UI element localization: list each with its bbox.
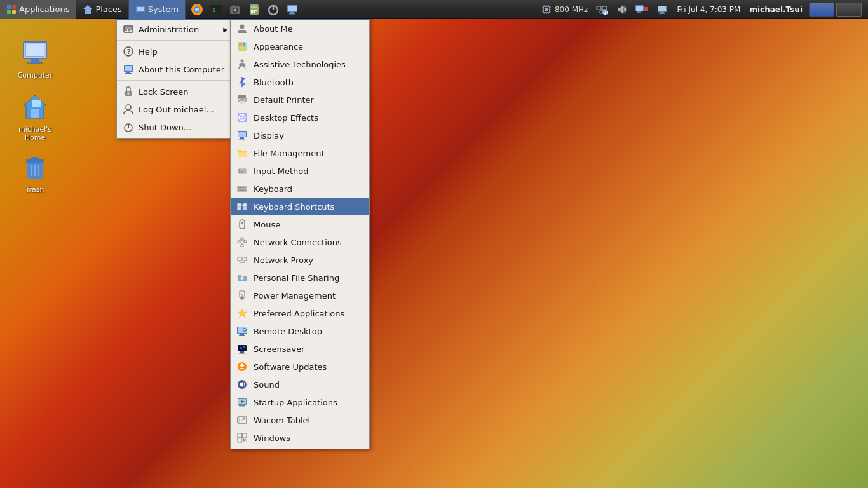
- svg-rect-189: [238, 438, 242, 442]
- pref-default-printer[interactable]: Default Printer: [231, 91, 369, 109]
- network-proxy-icon: [236, 254, 248, 266]
- default-printer-icon: [236, 93, 248, 106]
- svg-rect-116: [239, 139, 245, 140]
- network-indicator[interactable]: ▲▼: [592, 0, 612, 18]
- firefox-launch-button[interactable]: [188, 1, 206, 18]
- remote-desktop-icon: [236, 325, 248, 337]
- preferred-applications-label: Preferred Applications: [254, 309, 344, 318]
- pref-preferred-applications[interactable]: Preferred Applications: [231, 304, 369, 322]
- desktop-effects-icon: [236, 111, 248, 124]
- desktop-effects-label: Desktop Effects: [254, 113, 318, 123]
- pref-keyboard-shortcuts[interactable]: Ctrl Alt ⌘ ⇧ Keyboard Shortcuts: [231, 198, 369, 215]
- shut-down-item[interactable]: Shut Down...: [117, 118, 232, 136]
- pref-mouse[interactable]: Mouse: [231, 215, 369, 233]
- svg-rect-44: [597, 6, 601, 10]
- display-launch-button[interactable]: [283, 1, 301, 18]
- svg-point-185: [243, 418, 245, 420]
- taskbar-left: Applications Places System: [0, 0, 304, 18]
- svg-rect-126: [238, 187, 240, 189]
- svg-rect-22: [254, 11, 255, 13]
- system-about-item[interactable]: About this Computer: [117, 60, 232, 78]
- system-help-item[interactable]: ? Help: [117, 43, 232, 60]
- svg-rect-132: [245, 189, 247, 190]
- pref-wacom-tablet[interactable]: Wacom Tablet: [231, 411, 369, 429]
- system-menu: Preferences Administration ? Help: [116, 0, 233, 139]
- svg-rect-121: [245, 170, 246, 171]
- user-indicator[interactable]: [653, 0, 672, 18]
- pref-personal-file-sharing[interactable]: Personal File Sharing: [231, 269, 369, 287]
- camera-launch-button[interactable]: [226, 1, 244, 18]
- assistive-tech-icon: [236, 58, 248, 71]
- svg-text:▲▼: ▲▼: [604, 10, 608, 15]
- svg-rect-167: [239, 335, 245, 336]
- pref-software-updates[interactable]: Software Updates: [231, 358, 369, 376]
- power-management-icon: [236, 289, 248, 302]
- terminal-launch-button[interactable]: $_: [207, 1, 225, 18]
- appearance-icon: [236, 40, 248, 53]
- svg-point-89: [127, 92, 130, 95]
- window-btn-2[interactable]: [836, 3, 862, 17]
- svg-rect-97: [239, 43, 242, 46]
- applications-menu-button[interactable]: Applications: [0, 0, 76, 19]
- pref-keyboard[interactable]: Keyboard: [231, 180, 369, 198]
- system-icon: [135, 4, 146, 15]
- pref-desktop-effects[interactable]: Desktop Effects: [231, 109, 369, 126]
- svg-rect-118: [239, 170, 240, 171]
- svg-rect-114: [238, 132, 246, 137]
- svg-rect-27: [290, 12, 294, 13]
- svg-rect-58: [658, 6, 666, 11]
- help-label: Help: [139, 47, 158, 57]
- pref-display[interactable]: Display: [231, 126, 369, 144]
- pref-input-method[interactable]: Input Method: [231, 162, 369, 180]
- places-icon: [83, 4, 93, 15]
- places-menu-button[interactable]: Places: [76, 0, 128, 19]
- pref-screensaver[interactable]: Screensaver: [231, 340, 369, 358]
- pref-network-connections[interactable]: Network Connections: [231, 233, 369, 251]
- startup-applications-label: Startup Applications: [254, 398, 337, 407]
- svg-line-149: [239, 240, 242, 241]
- input-method-icon: [236, 165, 248, 177]
- pref-power-management[interactable]: Power Management: [231, 287, 369, 304]
- input-method-label: Input Method: [254, 166, 309, 176]
- camera-icon: [229, 3, 241, 16]
- svg-rect-123: [241, 172, 244, 173]
- window-btn-1[interactable]: [809, 3, 834, 17]
- svg-point-171: [240, 347, 242, 349]
- pref-bluetooth[interactable]: Bluetooth: [231, 73, 369, 91]
- pref-appearance[interactable]: Appearance: [231, 37, 369, 55]
- svg-rect-45: [602, 6, 607, 10]
- system-menu-button[interactable]: System: [129, 0, 186, 19]
- sep-2: [117, 80, 232, 81]
- svg-text:$_: $_: [212, 7, 219, 13]
- help-icon: ?: [122, 45, 135, 58]
- svg-rect-120: [243, 170, 244, 171]
- pref-about-me[interactable]: About Me: [231, 20, 369, 37]
- svg-rect-54: [644, 7, 648, 11]
- display-label: Display: [254, 131, 284, 140]
- power-launch-button[interactable]: [264, 1, 282, 18]
- pref-windows[interactable]: Windows: [231, 429, 369, 447]
- pref-remote-desktop[interactable]: Remote Desktop: [231, 322, 369, 340]
- log-out-icon: [122, 103, 135, 116]
- log-out-item[interactable]: Log Out michael...: [117, 100, 232, 118]
- pref-sound[interactable]: Sound: [231, 376, 369, 393]
- pref-file-management[interactable]: File Management: [231, 144, 369, 162]
- svg-rect-108: [244, 99, 245, 100]
- windows-pref-icon: [236, 431, 248, 444]
- svg-rect-29: [288, 6, 297, 11]
- lock-screen-item[interactable]: Lock Screen: [117, 83, 232, 100]
- volume-indicator[interactable]: [612, 0, 631, 18]
- pref-network-proxy[interactable]: Network Proxy: [231, 251, 369, 269]
- calculator-launch-button[interactable]: [245, 1, 263, 18]
- pref-assistive-tech[interactable]: Assistive Technologies: [231, 55, 369, 73]
- administration-label: Administration: [139, 25, 199, 34]
- svg-rect-146: [244, 241, 247, 243]
- pref-startup-applications[interactable]: Startup Applications: [231, 393, 369, 411]
- svg-rect-133: [239, 191, 246, 192]
- svg-rect-80: [128, 29, 132, 30]
- display-indicator[interactable]: [631, 0, 653, 18]
- sound-label: Sound: [254, 380, 280, 390]
- clock-display: Fri Jul 4, 7:03 PM: [672, 0, 745, 18]
- network-proxy-label: Network Proxy: [254, 255, 313, 265]
- system-administration-item[interactable]: Administration: [117, 20, 232, 38]
